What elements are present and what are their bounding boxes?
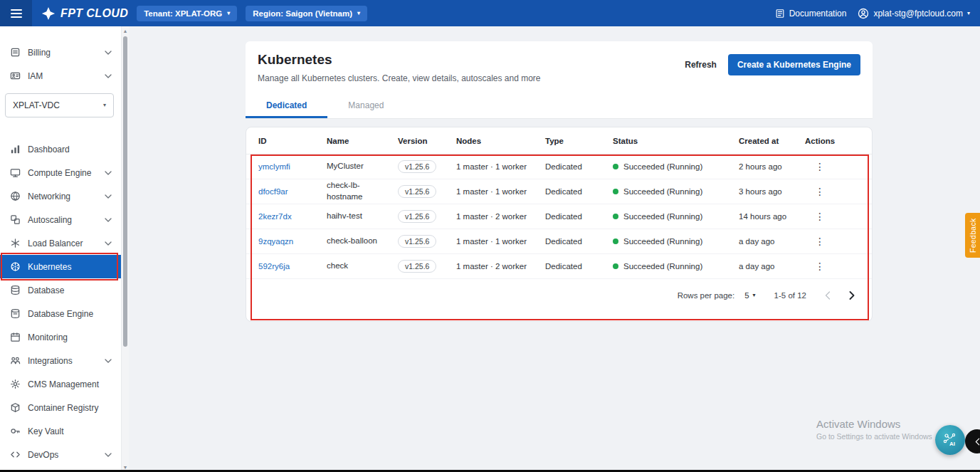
sidebar-item-networking[interactable]: Networking: [0, 184, 121, 208]
scrollbar-thumb[interactable]: [123, 36, 127, 347]
kubernetes-icon: [9, 261, 21, 272]
integrations-icon: [9, 355, 21, 366]
sidebar-item-iam[interactable]: IAM: [0, 64, 121, 88]
column-header-nodes: Nodes: [456, 137, 545, 145]
next-page-button[interactable]: [849, 291, 855, 300]
chevron-down-icon: ▾: [227, 11, 230, 16]
tab-dedicated[interactable]: Dedicated: [246, 92, 327, 118]
status-dot: [613, 263, 618, 269]
sidebar-item-key-vault[interactable]: Key Vault: [0, 419, 121, 443]
column-header-type: Type: [545, 137, 613, 145]
cluster-id-link[interactable]: 9zqyaqzn: [258, 237, 327, 246]
status-dot: [613, 189, 618, 194]
svg-text:AI: AI: [949, 441, 955, 447]
cluster-name: haihv-test: [327, 211, 398, 222]
status-dot: [613, 164, 618, 169]
rows-per-page: Rows per page: 5 ▾: [678, 291, 756, 300]
top-navbar: FPT CLOUD Tenant: XPLAT-ORG ▾ Region: Sa…: [0, 0, 980, 26]
table-row[interactable]: dfocf9ar check-lb-hostname v1.25.6 1 mas…: [246, 179, 872, 204]
chevron-down-icon: [105, 171, 112, 175]
cluster-type: Dedicated: [545, 187, 613, 196]
cluster-id-link[interactable]: ymclymfi: [258, 162, 327, 171]
cluster-created-at: 3 hours ago: [739, 187, 805, 196]
database-icon: [9, 285, 21, 295]
cluster-nodes: 1 master · 2 worker: [456, 262, 545, 271]
status-dot: [613, 238, 618, 244]
sidebar-item-load-balancer[interactable]: Load Balancer: [0, 231, 121, 255]
region-label: Region: Saigon (Vietnam): [253, 9, 352, 18]
ai-assistant-button[interactable]: AI: [935, 425, 965, 455]
cluster-type: Dedicated: [545, 237, 613, 246]
kebab-menu-icon[interactable]: ⋮: [805, 161, 825, 172]
sidebar-item-monitoring[interactable]: Monitoring: [0, 325, 121, 349]
sidebar-item-database-engine[interactable]: Database Engine: [0, 302, 121, 325]
sidebar-item-label: Kubernetes: [28, 262, 112, 272]
refresh-button[interactable]: Refresh: [685, 60, 717, 70]
feedback-tab[interactable]: Feedback: [965, 213, 980, 258]
table-row[interactable]: 2kezr7dx haihv-test v1.25.6 1 master · 2…: [246, 204, 872, 229]
sidebar-item-database[interactable]: Database: [0, 278, 121, 302]
sidebar-item-billing[interactable]: Billing: [0, 41, 121, 64]
scrollbar-up-arrow[interactable]: ▲: [122, 26, 129, 36]
sidebar-item-kubernetes[interactable]: Kubernetes: [0, 255, 121, 278]
kebab-menu-icon[interactable]: ⋮: [805, 211, 825, 222]
chevron-down-icon: [105, 241, 112, 246]
billing-icon: [9, 47, 21, 58]
table-row[interactable]: 9zqyaqzn check-balloon v1.25.6 1 master …: [246, 229, 872, 254]
cluster-id-link[interactable]: 2kezr7dx: [258, 212, 327, 221]
cluster-nodes: 1 master · 1 worker: [456, 237, 545, 246]
page-subtitle: Manage all Kubernetes clusters. Create, …: [258, 73, 541, 83]
tab-managed[interactable]: Managed: [327, 92, 404, 118]
table-row[interactable]: ymclymfi MyCluster v1.25.6 1 master · 1 …: [246, 154, 872, 179]
status-text: Succeeded (Running): [623, 212, 702, 221]
page-title: Kubernetes: [258, 52, 332, 68]
sidebar-item-compute-engine[interactable]: Compute Engine: [0, 161, 121, 184]
sidebar-item-label: Container Registry: [28, 403, 112, 413]
networking-icon: [9, 191, 21, 201]
column-header-name: Name: [327, 137, 398, 145]
vdc-select[interactable]: XPLAT-VDC ▾: [5, 93, 114, 117]
sidebar-item-cms-management[interactable]: CMS Management: [0, 372, 121, 396]
devops-icon: [9, 449, 21, 460]
sidebar-item-label: DevOps: [28, 450, 98, 460]
sidebar-item-label: Integrations: [28, 356, 98, 366]
status-dot: [613, 214, 618, 219]
sidebar-item-container-registry[interactable]: Container Registry: [0, 396, 121, 419]
cluster-nodes: 1 master · 1 worker: [456, 187, 545, 196]
tenant-selector[interactable]: Tenant: XPLAT-ORG ▾: [137, 6, 237, 21]
key-vault-icon: [9, 426, 21, 436]
menu-button[interactable]: [0, 0, 32, 26]
table-row[interactable]: 592ry6ja check v1.25.6 1 master · 2 work…: [246, 254, 872, 279]
cms-management-icon: [9, 379, 21, 389]
kebab-menu-icon[interactable]: ⋮: [805, 236, 825, 247]
pagination-range: 1-5 of 12: [774, 291, 806, 300]
cluster-created-at: 2 hours ago: [739, 162, 805, 171]
sidebar-item-devops[interactable]: DevOps: [0, 443, 121, 466]
dashboard-icon: [9, 144, 21, 154]
rows-per-page-select[interactable]: 5 ▾: [744, 291, 755, 300]
cluster-name: check-lb-hostname: [327, 180, 398, 202]
autoscaling-icon: [9, 214, 21, 225]
status-cell: Succeeded (Running): [613, 187, 739, 196]
account-menu[interactable]: xplat-stg@fptcloud.com ▾: [858, 8, 970, 19]
cluster-id-link[interactable]: 592ry6ja: [258, 262, 327, 271]
status-cell: Succeeded (Running): [613, 262, 739, 271]
version-badge: v1.25.6: [398, 185, 436, 198]
column-header-version: Version: [398, 137, 456, 145]
sidebar-item-autoscaling[interactable]: Autoscaling: [0, 208, 121, 231]
cluster-id-link[interactable]: dfocf9ar: [258, 187, 327, 196]
cluster-type: Dedicated: [545, 162, 613, 171]
kebab-menu-icon[interactable]: ⋮: [805, 261, 825, 272]
sidebar-item-integrations[interactable]: Integrations: [0, 349, 121, 372]
column-header-actions: Actions: [805, 137, 872, 145]
create-kubernetes-engine-button[interactable]: Create a Kubernetes Engine: [728, 54, 860, 75]
cluster-type: Dedicated: [545, 262, 613, 271]
previous-page-button[interactable]: [825, 291, 831, 300]
chevron-down-icon: [105, 51, 112, 55]
region-selector[interactable]: Region: Saigon (Vietnam) ▾: [246, 6, 367, 21]
sidebar-scrollbar[interactable]: ▲ ▼: [121, 26, 129, 472]
documentation-link[interactable]: Documentation: [775, 9, 847, 19]
kebab-menu-icon[interactable]: ⋮: [805, 186, 825, 197]
sidebar-item-dashboard[interactable]: Dashboard: [0, 137, 121, 161]
fpt-cloud-logo[interactable]: FPT CLOUD: [41, 6, 128, 21]
